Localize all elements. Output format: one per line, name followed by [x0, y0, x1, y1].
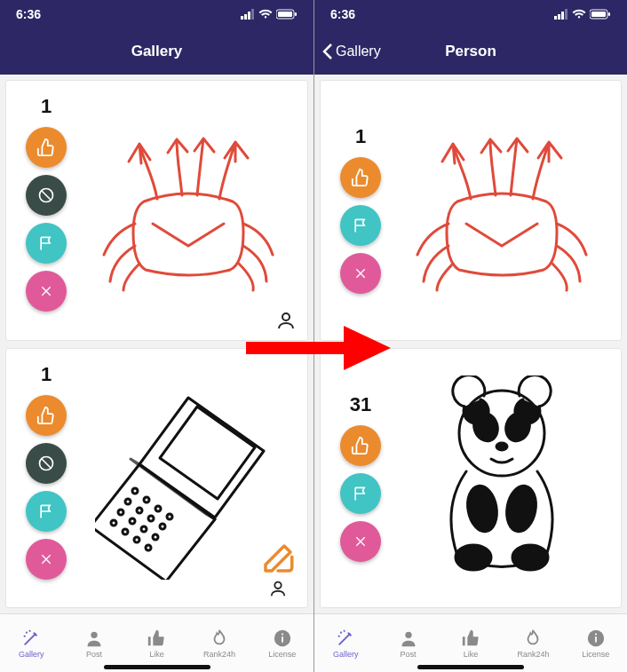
like-button[interactable] [26, 395, 67, 436]
tab-label: Post [86, 650, 102, 659]
nav-bar: Gallery Person [314, 28, 627, 75]
close-button[interactable] [340, 521, 381, 562]
nav-title: Person [445, 43, 496, 60]
tab-label: Rank24h [517, 650, 549, 659]
home-indicator [417, 665, 524, 669]
svg-rect-58 [595, 636, 597, 642]
gallery-card: 1 [5, 80, 308, 341]
card-corner[interactable] [275, 310, 297, 331]
tab-label: Like [149, 650, 164, 659]
svg-point-17 [144, 497, 149, 502]
like-button[interactable] [340, 425, 381, 466]
ban-button[interactable] [26, 443, 67, 484]
back-button[interactable]: Gallery [321, 43, 381, 60]
tab-label: Post [401, 650, 417, 659]
close-button[interactable] [26, 539, 67, 580]
tab-label: Like [464, 650, 479, 659]
ban-button[interactable] [26, 175, 67, 216]
tab-bar: Gallery Post Like Rank24h License [314, 613, 627, 672]
close-icon [39, 552, 53, 566]
chevron-left-icon [321, 43, 334, 60]
person-icon [84, 629, 104, 648]
tab-post[interactable]: Post [377, 614, 439, 672]
flag-button[interactable] [340, 473, 381, 514]
flag-button[interactable] [26, 223, 67, 264]
flag-button[interactable] [26, 491, 67, 532]
gallery-card: 31 [320, 348, 622, 609]
info-icon [586, 629, 606, 648]
ban-icon [37, 455, 55, 472]
card-corner[interactable] [259, 540, 297, 598]
drawing-crab [77, 90, 298, 331]
svg-rect-59 [595, 633, 597, 635]
flag-button[interactable] [340, 205, 381, 246]
svg-rect-42 [591, 12, 606, 17]
svg-rect-35 [282, 636, 283, 642]
person-icon [399, 629, 418, 648]
svg-point-33 [91, 631, 97, 637]
person-icon [268, 579, 288, 598]
thumb-up-icon [351, 168, 370, 187]
flag-icon [37, 234, 55, 252]
tab-like[interactable]: Like [440, 614, 502, 672]
like-count: 1 [41, 363, 52, 386]
tab-gallery[interactable]: Gallery [314, 614, 377, 672]
thumb-up-icon [351, 436, 370, 455]
like-button[interactable] [340, 157, 381, 198]
nav-bar: Gallery [0, 28, 314, 75]
like-button[interactable] [26, 127, 67, 168]
svg-point-20 [125, 499, 131, 504]
svg-point-23 [160, 524, 165, 529]
wand-icon [21, 629, 41, 648]
wifi-icon [572, 9, 586, 20]
ban-icon [37, 186, 55, 204]
tab-post[interactable]: Post [63, 614, 126, 672]
gallery-card: 1 [320, 80, 622, 341]
phone-right: 6:36 Gallery Person 1 [314, 0, 627, 672]
svg-line-13 [42, 459, 51, 468]
svg-point-22 [148, 516, 154, 521]
tab-license[interactable]: License [565, 614, 627, 672]
svg-line-8 [42, 191, 51, 200]
tab-label: License [268, 650, 296, 659]
flag-icon [37, 502, 55, 520]
svg-rect-43 [608, 12, 610, 16]
card-actions: 1 [15, 358, 77, 599]
svg-point-21 [137, 508, 142, 513]
gallery-card: 1 [5, 348, 308, 609]
svg-point-29 [123, 529, 128, 534]
tab-license[interactable]: License [250, 614, 314, 672]
flag-icon [352, 485, 369, 502]
tab-label: Gallery [19, 650, 44, 659]
battery-icon [590, 9, 611, 20]
close-button[interactable] [26, 271, 67, 312]
back-label: Gallery [336, 43, 381, 59]
svg-rect-2 [248, 12, 250, 20]
wifi-icon [258, 9, 273, 20]
person-icon [275, 310, 297, 331]
thumb-up-icon [36, 406, 56, 425]
drawing-crab [392, 90, 612, 331]
crab-icon [409, 126, 595, 295]
wand-icon [336, 629, 355, 648]
tab-rank[interactable]: Rank24h [502, 614, 564, 672]
status-icons [241, 9, 298, 20]
close-icon [353, 534, 368, 549]
tab-gallery[interactable]: Gallery [0, 614, 63, 672]
tab-label: Gallery [333, 650, 359, 659]
gallery-content: 1 [0, 75, 314, 613]
tab-like[interactable]: Like [125, 614, 188, 672]
like-count: 1 [355, 125, 366, 148]
close-button[interactable] [340, 253, 381, 294]
signal-icon [554, 9, 568, 20]
drawing-panda [392, 358, 612, 599]
svg-point-18 [155, 506, 161, 511]
svg-rect-40 [565, 9, 567, 20]
thumb-icon [147, 629, 166, 648]
tab-rank[interactable]: Rank24h [188, 614, 251, 672]
status-bar: 6:36 [314, 0, 627, 28]
tab-label: License [582, 650, 609, 659]
flame-icon [210, 629, 229, 648]
panda-icon [413, 376, 591, 580]
svg-rect-1 [244, 14, 247, 20]
